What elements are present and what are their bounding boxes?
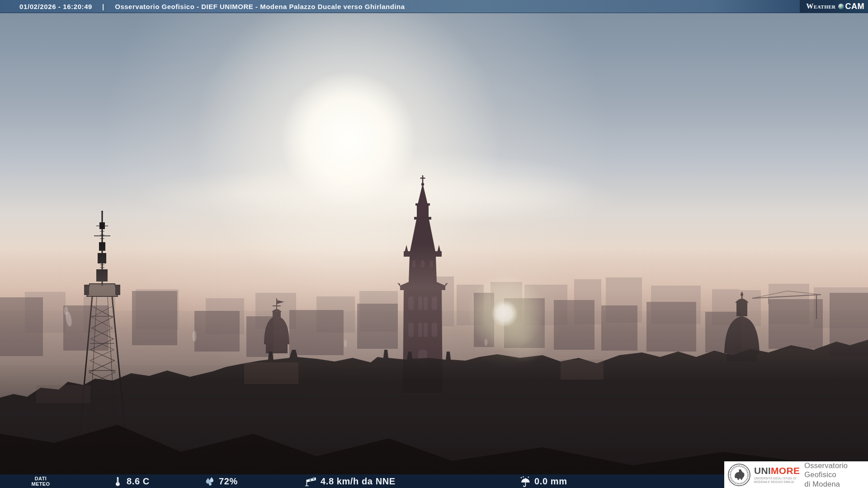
unimore-uni: UNI	[754, 465, 771, 476]
weathercam-cam-label: CAM	[845, 2, 865, 11]
weathercam-weather-label: Weather	[806, 2, 835, 10]
temperature-value: 8.6 C	[127, 476, 150, 487]
observatory-line1: Osservatorio Geofisico	[804, 461, 868, 479]
unimore-more: MORE	[771, 465, 800, 476]
unimore-branding: UNIMORE UNIVERSITÀ DEGLI STUDI DI MODENA…	[724, 461, 868, 488]
wind-value: 4.8 km/h da NNE	[321, 476, 396, 487]
observatory-name: Osservatorio Geofisico di Modena	[804, 461, 868, 488]
vignette	[0, 0, 868, 488]
observatory-line2: di Modena	[804, 479, 868, 488]
humidity-value: 72%	[219, 476, 238, 487]
humidity-reading: 72%	[203, 474, 238, 488]
timestamp: 01/02/2026 - 16:20:49	[19, 3, 92, 10]
wind-reading: 4.8 km/h da NNE	[304, 474, 396, 488]
unimore-subtitle: UNIVERSITÀ DEGLI STUDI DI MODENA E REGGI…	[754, 477, 800, 484]
separator: |	[102, 3, 104, 10]
dati-label-line1: DATI	[35, 476, 47, 481]
unimore-subtitle-line1: UNIVERSITÀ DEGLI STUDI DI	[754, 477, 800, 480]
weathercam-logo: Weather CAM	[800, 0, 868, 13]
header-bar: 01/02/2026 - 16:20:49 | Osservatorio Geo…	[0, 0, 868, 13]
webcam-frame: 01/02/2026 - 16:20:49 | Osservatorio Geo…	[0, 0, 868, 488]
unimore-logo: UNIMORE UNIVERSITÀ DEGLI STUDI DI MODENA…	[754, 466, 800, 484]
thermometer-icon	[112, 476, 123, 487]
precipitation-reading: 0.0 mm	[519, 474, 567, 488]
precipitation-value: 0.0 mm	[534, 476, 567, 487]
lens-dot-icon	[838, 4, 844, 9]
unimore-seal-icon	[727, 463, 751, 487]
temperature-reading: 8.6 C	[112, 474, 150, 488]
windsock-icon	[304, 475, 317, 487]
dati-meteo-label: DATI METEO	[27, 474, 54, 488]
dati-label-line2: METEO	[31, 481, 50, 487]
unimore-subtitle-line2: MODENA E REGGIO EMILIA	[754, 480, 800, 484]
unimore-wordmark: UNIMORE	[754, 466, 800, 475]
umbrella-rain-icon	[519, 475, 531, 488]
camera-title: Osservatorio Geofisico - DIEF UNIMORE - …	[115, 3, 405, 10]
humidity-drops-icon	[203, 475, 216, 488]
